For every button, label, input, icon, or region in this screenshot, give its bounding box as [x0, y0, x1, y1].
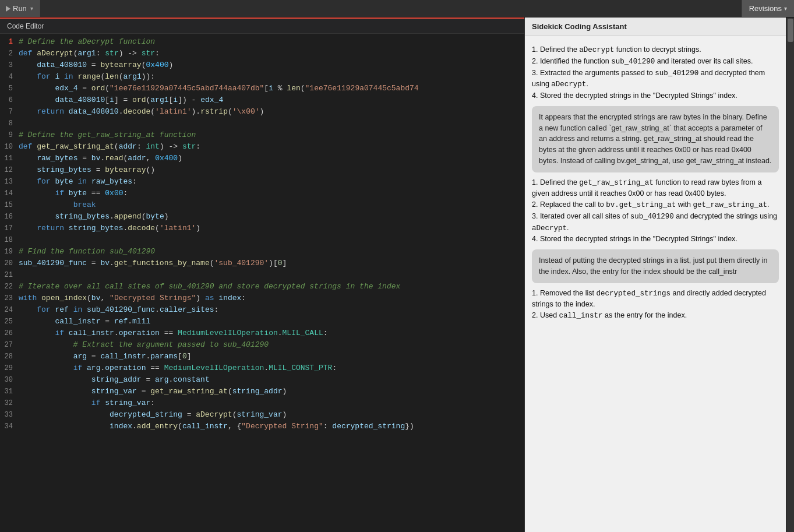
code-line: 16 string_bytes.append(byte): [0, 211, 524, 223]
line-number: 32: [0, 397, 19, 409]
line-number: 30: [0, 374, 19, 386]
line-number: 14: [0, 188, 19, 199]
code-line: 31 string_var = get_raw_string_at(string…: [0, 386, 524, 397]
sidekick-title: Sidekick Coding Assistant: [532, 22, 627, 31]
code-line: 24 for ref in sub_401290_func.caller_sit…: [0, 304, 524, 316]
line-number: 19: [0, 246, 19, 258]
code-line: 11 raw_bytes = bv.read(addr, 0x400): [0, 153, 524, 164]
code-line: 33 decrypted_string = aDecrypt(string_va…: [0, 409, 524, 421]
line-number: 12: [0, 164, 19, 176]
line-number: 33: [0, 409, 19, 421]
code-tab-label: Code Editor: [7, 22, 44, 30]
line-text: index.add_entry(call_instr, {"Decrypted …: [19, 421, 524, 432]
code-line: 18: [0, 234, 524, 246]
line-text: # Define the aDecrypt function: [19, 36, 524, 48]
assistant-message: 1. Defined the aDecrypt function to decr…: [532, 44, 779, 101]
line-number: 11: [0, 153, 19, 164]
line-text: string_var = get_raw_string_at(string_ad…: [19, 386, 524, 397]
line-number: 15: [0, 199, 19, 211]
revisions-label: Revisions: [749, 4, 782, 13]
assistant-message: 1. Defined the get_raw_string_at functio…: [532, 177, 779, 245]
code-editor-content[interactable]: 1# Define the aDecrypt function2def aDec…: [0, 34, 524, 532]
code-line: 25 call_instr = ref.mlil: [0, 316, 524, 327]
line-text: data_408010 = bytearray(0x400): [19, 59, 524, 71]
main-area: Code Editor 1# Define the aDecrypt funct…: [0, 17, 794, 532]
code-line: 3 data_408010 = bytearray(0x400): [0, 59, 524, 71]
user-message: It appears that the encrypted strings ar…: [532, 106, 779, 172]
code-line: 27 # Extract the argument passed to sub_…: [0, 339, 524, 351]
code-line: 2def aDecrypt(arg1: str) -> str:: [0, 48, 524, 59]
code-line: 5 edx_4 = ord("1ee76e11929a07445c5abd744…: [0, 83, 524, 94]
line-number: 1: [0, 36, 19, 48]
code-line: 1# Define the aDecrypt function: [0, 36, 524, 48]
line-text: for i in range(len(arg1)):: [19, 71, 524, 83]
code-line: 12 string_bytes = bytearray(): [0, 164, 524, 176]
line-text: if arg.operation == MediumLevelILOperati…: [19, 362, 524, 374]
line-text: string_bytes.append(byte): [19, 211, 524, 223]
top-bar: Run ▾ Revisions ▾: [0, 0, 794, 17]
code-line: 7 return data_408010.decode('latin1').rs…: [0, 106, 524, 118]
run-dropdown-caret[interactable]: ▾: [30, 5, 33, 12]
code-line: 26 if call_instr.operation == MediumLeve…: [0, 327, 524, 339]
line-text: # Define the get_raw_string_at function: [19, 129, 524, 141]
assistant-message: 1. Removed the list decrypted_strings an…: [532, 288, 779, 322]
line-number: 29: [0, 362, 19, 374]
code-line: 14 if byte == 0x00:: [0, 188, 524, 199]
run-button[interactable]: Run ▾: [0, 0, 40, 17]
code-line: 21: [0, 269, 524, 281]
code-line: 34 index.add_entry(call_instr, {"Decrypt…: [0, 421, 524, 432]
scrollbar-thumb: [788, 19, 793, 42]
line-text: edx_4 = ord("1ee76e11929a07445c5abd744aa…: [19, 83, 524, 94]
code-line: 8: [0, 118, 524, 129]
code-line: 23with open_index(bv, "Decrypted Strings…: [0, 293, 524, 304]
line-number: 5: [0, 83, 19, 94]
line-text: break: [19, 199, 524, 211]
revisions-button[interactable]: Revisions ▾: [742, 0, 794, 17]
code-line: 30 string_addr = arg.constant: [0, 374, 524, 386]
code-line: 28 arg = call_instr.params[0]: [0, 351, 524, 362]
code-line: 17 return string_bytes.decode('latin1'): [0, 223, 524, 234]
line-number: 17: [0, 223, 19, 234]
code-line: 10def get_raw_string_at(addr: int) -> st…: [0, 141, 524, 153]
code-line: 4 for i in range(len(arg1)):: [0, 71, 524, 83]
line-text: decrypted_string = aDecrypt(string_var): [19, 409, 524, 421]
line-number: 34: [0, 421, 19, 432]
code-editor-tab[interactable]: Code Editor: [0, 17, 524, 34]
line-text: for byte in raw_bytes:: [19, 176, 524, 188]
line-text: def get_raw_string_at(addr: int) -> str:: [19, 141, 524, 153]
line-number: 24: [0, 304, 19, 316]
line-number: 10: [0, 141, 19, 153]
code-line: 32 if string_var:: [0, 397, 524, 409]
line-text: if string_var:: [19, 397, 524, 409]
line-number: 20: [0, 258, 19, 269]
sidekick-header: Sidekick Coding Assistant: [525, 17, 786, 36]
right-scrollbar[interactable]: [786, 17, 794, 532]
line-text: string_addr = arg.constant: [19, 374, 524, 386]
sidekick-content[interactable]: 1. Defined the aDecrypt function to decr…: [525, 36, 786, 532]
code-line: 19# Find the function sub_401290: [0, 246, 524, 258]
line-number: 2: [0, 48, 19, 59]
play-icon: [6, 6, 10, 12]
sidekick-panel: Sidekick Coding Assistant 1. Defined the…: [524, 17, 786, 532]
line-number: 21: [0, 269, 19, 281]
line-number: 18: [0, 234, 19, 246]
line-number: 7: [0, 106, 19, 118]
line-number: 4: [0, 71, 19, 83]
line-number: 8: [0, 118, 19, 129]
line-number: 16: [0, 211, 19, 223]
line-number: 27: [0, 339, 19, 351]
line-number: 22: [0, 281, 19, 293]
line-text: data_408010[i] = ord(arg1[i]) - edx_4: [19, 94, 524, 106]
line-text: # Iterate over all call sites of sub_401…: [19, 281, 524, 293]
line-text: string_bytes = bytearray(): [19, 164, 524, 176]
code-line: 6 data_408010[i] = ord(arg1[i]) - edx_4: [0, 94, 524, 106]
code-line: 13 for byte in raw_bytes:: [0, 176, 524, 188]
line-number: 9: [0, 129, 19, 141]
line-text: arg = call_instr.params[0]: [19, 351, 524, 362]
code-line: 29 if arg.operation == MediumLevelILOper…: [0, 362, 524, 374]
code-line: 9# Define the get_raw_string_at function: [0, 129, 524, 141]
code-line: 20sub_401290_func = bv.get_functions_by_…: [0, 258, 524, 269]
line-number: 3: [0, 59, 19, 71]
line-text: if byte == 0x00:: [19, 188, 524, 199]
line-text: raw_bytes = bv.read(addr, 0x400): [19, 153, 524, 164]
